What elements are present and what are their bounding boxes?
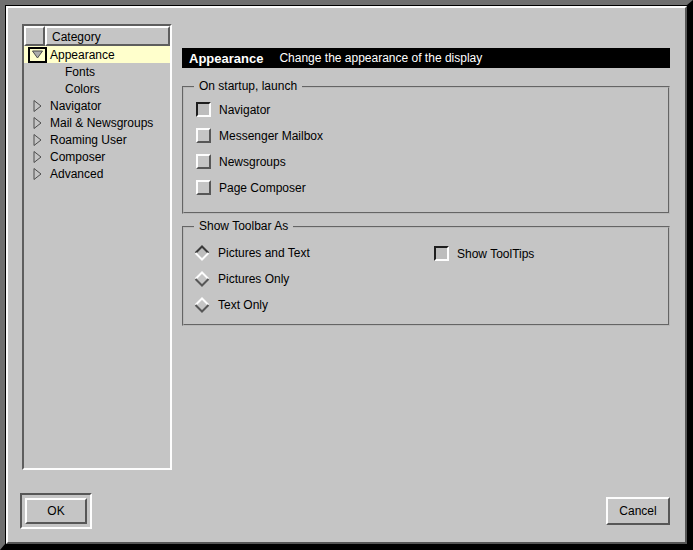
tree-item-label: Mail & Newsgroups — [50, 116, 153, 130]
radio-pictures-only[interactable]: Pictures Only — [194, 271, 289, 287]
ok-button[interactable]: OK — [25, 498, 87, 524]
tree-item-label: Fonts — [65, 65, 95, 79]
tree-item-fonts[interactable]: Fonts — [24, 63, 170, 80]
checkbox-newsgroups[interactable]: Newsgroups — [196, 154, 286, 169]
preferences-dialog: Category Appearance Fonts Colors — [6, 6, 687, 544]
radio-label: Pictures Only — [218, 272, 289, 286]
checkbox-navigator[interactable]: Navigator — [196, 102, 270, 117]
page-subtitle: Change the appearance of the display — [279, 51, 482, 65]
tree-item-label: Roaming User — [50, 133, 127, 147]
tree-item-navigator[interactable]: Navigator — [24, 97, 170, 114]
radio-unselected-icon[interactable] — [194, 271, 210, 287]
checkbox-icon[interactable] — [196, 180, 211, 195]
checkbox-label: Show ToolTips — [457, 247, 534, 261]
category-tree: Category Appearance Fonts Colors — [22, 24, 172, 470]
tree-header-label: Category — [45, 26, 170, 46]
checkbox-icon[interactable] — [434, 246, 449, 261]
startup-launch-group-title: On startup, launch — [194, 79, 302, 93]
radio-label: Text Only — [218, 298, 268, 312]
default-button-ring: OK — [20, 493, 92, 529]
tree-item-label: Navigator — [50, 99, 101, 113]
checkbox-icon[interactable] — [196, 102, 211, 117]
radio-text-only[interactable]: Text Only — [194, 297, 268, 313]
tree-item-label: Colors — [65, 82, 100, 96]
tree-item-composer[interactable]: Composer — [24, 148, 170, 165]
checkbox-label: Navigator — [219, 103, 270, 117]
radio-label: Pictures and Text — [218, 246, 310, 260]
tree-item-label: Composer — [50, 150, 105, 164]
checkbox-messenger-mailbox[interactable]: Messenger Mailbox — [196, 128, 323, 143]
triangle-right-icon[interactable] — [33, 168, 42, 180]
tree-item-appearance[interactable]: Appearance — [24, 46, 170, 63]
triangle-right-icon[interactable] — [33, 151, 42, 163]
tree-item-mail-newsgroups[interactable]: Mail & Newsgroups — [24, 114, 170, 131]
tree-header-corner — [24, 26, 45, 46]
tree-item-label: Appearance — [50, 48, 115, 62]
show-toolbar-as-group: Show Toolbar As Pictures and Text Pictur… — [182, 226, 670, 326]
tree-item-advanced[interactable]: Advanced — [24, 165, 170, 182]
tree-item-roaming-user[interactable]: Roaming User — [24, 131, 170, 148]
radio-selected-icon[interactable] — [194, 245, 210, 261]
page-title: Appearance — [189, 51, 263, 66]
checkbox-label: Messenger Mailbox — [219, 129, 323, 143]
startup-launch-group: On startup, launch Navigator Messenger M… — [182, 86, 670, 214]
cancel-button[interactable]: Cancel — [606, 497, 670, 525]
page-header: Appearance Change the appearance of the … — [182, 48, 670, 68]
triangle-right-icon[interactable] — [33, 134, 42, 146]
tree-item-label: Advanced — [50, 167, 103, 181]
checkbox-icon[interactable] — [196, 128, 211, 143]
checkbox-label: Newsgroups — [219, 155, 286, 169]
triangle-right-icon[interactable] — [33, 100, 42, 112]
checkbox-page-composer[interactable]: Page Composer — [196, 180, 306, 195]
show-toolbar-as-group-title: Show Toolbar As — [194, 219, 293, 233]
tree-header: Category — [24, 26, 170, 46]
triangle-right-icon[interactable] — [33, 117, 42, 129]
window-frame: Category Appearance Fonts Colors — [0, 0, 693, 550]
checkbox-icon[interactable] — [196, 154, 211, 169]
checkbox-show-tooltips[interactable]: Show ToolTips — [434, 246, 534, 261]
radio-unselected-icon[interactable] — [194, 297, 210, 313]
tree-item-colors[interactable]: Colors — [24, 80, 170, 97]
collapse-toggle-icon[interactable] — [28, 47, 47, 63]
radio-pictures-and-text[interactable]: Pictures and Text — [194, 245, 310, 261]
checkbox-label: Page Composer — [219, 181, 306, 195]
triangle-down-icon — [32, 50, 43, 59]
